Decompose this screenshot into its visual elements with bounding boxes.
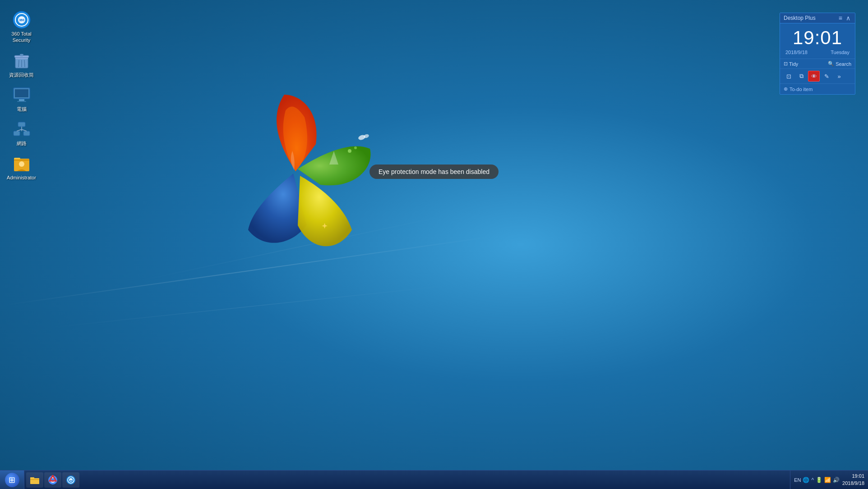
desktop-icons-container: 360 360 Total Security bbox=[0, 5, 43, 187]
windows-logo bbox=[212, 86, 392, 259]
widget-tool-edit[interactable]: ✎ bbox=[821, 71, 832, 82]
notification-text: Eye protection mode has been disabled bbox=[379, 168, 489, 175]
svg-text:360: 360 bbox=[19, 18, 24, 22]
more-tool-icon: » bbox=[837, 73, 840, 80]
edit-tool-icon: ✎ bbox=[824, 73, 829, 80]
icon-360-security[interactable]: 360 360 Total Security bbox=[5, 9, 38, 46]
widget-collapse-btn[interactable]: ∧ bbox=[845, 15, 851, 21]
svg-rect-17 bbox=[19, 99, 24, 101]
icon-computer-label: 電腦 bbox=[17, 106, 27, 112]
icon-administrator[interactable]: Administrator bbox=[5, 153, 38, 183]
system-tray: EN 🌐 ^ 🔋 📶 🔊 19:01 2018/9/18 bbox=[790, 471, 868, 489]
svg-rect-11 bbox=[20, 54, 23, 56]
taskbar-clock[interactable]: 19:01 2018/9/18 bbox=[842, 473, 864, 487]
network-icon-img bbox=[13, 120, 31, 138]
start-windows-icon: ⊞ bbox=[9, 475, 15, 485]
tray-icons: EN 🌐 ^ 🔋 📶 🔊 bbox=[794, 477, 840, 483]
svg-rect-30 bbox=[30, 477, 34, 479]
widget-header: Desktop Plus ≡ ∧ bbox=[780, 13, 855, 23]
svg-rect-27 bbox=[14, 160, 29, 160]
svg-line-12 bbox=[18, 60, 19, 67]
svg-line-23 bbox=[17, 129, 22, 131]
todo-circle-icon: ⊕ bbox=[784, 86, 788, 92]
widget-tool-more[interactable]: » bbox=[833, 71, 845, 82]
icon-network[interactable]: 網路 bbox=[5, 119, 38, 148]
recycle-bin-icon-img bbox=[13, 52, 31, 70]
widget-tool-eye[interactable]: 👁 bbox=[808, 71, 820, 82]
search-label: Search bbox=[836, 61, 851, 67]
language-indicator[interactable]: EN bbox=[794, 477, 801, 483]
svg-rect-20 bbox=[14, 131, 20, 136]
tidy-icon: ⊡ bbox=[784, 61, 788, 67]
icon-recycle-bin-label: 資源回收筒 bbox=[9, 72, 34, 78]
volume-tray-icon[interactable]: 🔊 bbox=[833, 477, 840, 483]
chrome-icon bbox=[47, 475, 58, 485]
clock-time: 19:01 bbox=[842, 473, 864, 480]
widget-date-row: 2018/9/18 Tuesday bbox=[780, 50, 855, 59]
widget-tools: ⊡ ⧉ 👁 ✎ » bbox=[780, 69, 855, 84]
svg-line-14 bbox=[24, 60, 25, 67]
file-explorer-icon bbox=[29, 475, 40, 485]
taskbar: ⊞ bbox=[0, 470, 868, 489]
start-orb: ⊞ bbox=[5, 473, 19, 487]
clock-date: 2018/9/18 bbox=[842, 480, 864, 487]
svg-text:360: 360 bbox=[69, 479, 73, 481]
svg-point-28 bbox=[19, 161, 24, 167]
widget-menu-btn[interactable]: ≡ bbox=[838, 15, 843, 21]
desktop-plus-widget: Desktop Plus ≡ ∧ 19:01 2018/9/18 Tuesday… bbox=[780, 13, 855, 95]
taskbar-file-explorer[interactable] bbox=[26, 472, 43, 488]
widget-todo[interactable]: ⊕ To-do item bbox=[780, 84, 855, 94]
widget-tool-screen[interactable]: ⊡ bbox=[783, 71, 794, 82]
battery-tray-icon[interactable]: 🔋 bbox=[816, 477, 822, 483]
icon-administrator-label: Administrator bbox=[7, 174, 36, 181]
widget-title: Desktop Plus bbox=[784, 15, 816, 21]
icon-computer[interactable]: 電腦 bbox=[5, 84, 38, 114]
svg-rect-21 bbox=[23, 131, 30, 136]
search-icon: 🔍 bbox=[828, 61, 834, 67]
desktop: 360 360 Total Security bbox=[0, 0, 868, 489]
screen-tool-icon: ⊡ bbox=[786, 73, 791, 80]
widget-actions: ⊡ Tidy 🔍 Search bbox=[780, 59, 855, 69]
signal-tray-icon[interactable]: 📶 bbox=[824, 477, 831, 483]
svg-rect-18 bbox=[17, 101, 26, 102]
widget-time: 19:01 bbox=[780, 23, 855, 50]
eye-tool-icon: 👁 bbox=[811, 73, 817, 80]
taskbar-items: 360 bbox=[24, 472, 790, 488]
desktop-streak-2 bbox=[46, 285, 450, 328]
network-tray-icon[interactable]: 🌐 bbox=[803, 477, 809, 483]
svg-rect-19 bbox=[18, 122, 25, 127]
taskbar-chrome[interactable] bbox=[44, 472, 61, 488]
taskbar-360-security-icon: 360 bbox=[65, 475, 76, 485]
svg-rect-31 bbox=[30, 479, 39, 480]
widget-search-btn[interactable]: 🔍 Search bbox=[828, 61, 851, 67]
icon-network-label: 網路 bbox=[17, 140, 27, 146]
widget-header-controls: ≡ ∧ bbox=[838, 15, 851, 21]
computer-icon-img bbox=[13, 86, 31, 104]
360-security-icon-img: 360 bbox=[13, 11, 31, 29]
widget-day: Tuesday bbox=[831, 50, 850, 55]
split-tool-icon: ⧉ bbox=[799, 73, 803, 80]
widget-date: 2018/9/18 bbox=[785, 50, 808, 55]
svg-line-24 bbox=[22, 129, 27, 131]
administrator-icon-img bbox=[13, 155, 31, 173]
icon-360-security-label: 360 Total Security bbox=[6, 31, 37, 44]
taskbar-360-icon[interactable]: 360 bbox=[62, 472, 79, 488]
svg-rect-16 bbox=[15, 89, 28, 97]
widget-tool-split[interactable]: ⧉ bbox=[795, 71, 807, 82]
tidy-label: Tidy bbox=[789, 61, 798, 67]
icon-recycle-bin[interactable]: 資源回收筒 bbox=[5, 50, 38, 80]
notification-tooltip: Eye protection mode has been disabled bbox=[369, 165, 499, 179]
svg-point-3 bbox=[354, 146, 357, 149]
start-button[interactable]: ⊞ bbox=[0, 471, 24, 489]
tray-expand-btn[interactable]: ^ bbox=[811, 477, 814, 483]
widget-tidy-btn[interactable]: ⊡ Tidy bbox=[784, 61, 798, 67]
todo-label: To-do item bbox=[790, 87, 813, 92]
svg-point-2 bbox=[348, 149, 351, 153]
